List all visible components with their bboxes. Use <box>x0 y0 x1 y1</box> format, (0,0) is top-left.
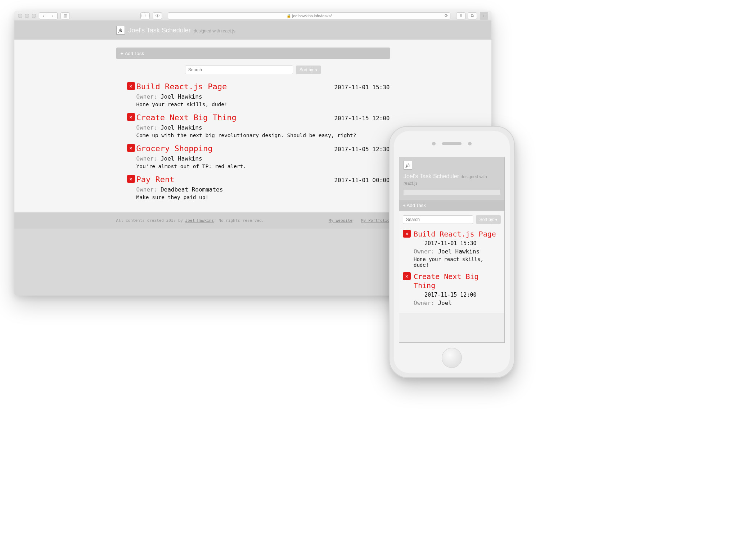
delete-task-button[interactable]: ✕ <box>127 175 135 183</box>
task-description: Hone your react skills, dude! <box>414 256 501 268</box>
task-item: ✕Build React.js Page2017-11-01 15:30Owne… <box>116 80 390 111</box>
owner-label: Owner: <box>136 124 161 131</box>
app-title: Joel's Task Scheduler <box>129 27 191 34</box>
logo-badge: jh <box>116 26 125 35</box>
task-title[interactable]: Build React.js Page <box>136 82 227 91</box>
browser-titlebar: ‹ › ▥ ⋮⋮⋮ ⓘ 🔒 joelhawkins.info/tasks/ ⟳ … <box>14 11 491 21</box>
footer-text: All contents created 2017 by Joel Hawkin… <box>116 218 264 223</box>
task-item: ✕Grocery Shopping2017-11-05 12:30Owner: … <box>116 142 390 173</box>
owner-name: Joel <box>438 300 452 306</box>
task-date: 2017-11-01 15:30 <box>424 240 501 247</box>
footer-author-link[interactable]: Joel Hawkins <box>185 218 214 223</box>
delete-task-button[interactable]: ✕ <box>403 272 411 280</box>
mobile-add-task-button[interactable]: + Add Task <box>399 200 504 211</box>
task-list: ✕Build React.js Page2017-11-01 15:30Owne… <box>116 80 390 204</box>
owner-label: Owner: <box>136 93 161 100</box>
iphone-screen: jh Joel's Task Scheduler designed with r… <box>399 157 505 343</box>
iphone-mockup: jh Joel's Task Scheduler designed with r… <box>389 126 515 378</box>
owner-label: Owner: <box>136 186 161 193</box>
back-button[interactable]: ‹ <box>39 12 48 19</box>
mobile-search-input[interactable] <box>403 215 473 224</box>
task-item: ✕Create Next Big Thing2017-11-15 12:00Ow… <box>116 111 390 142</box>
task-date: 2017-11-15 12:00 <box>334 115 390 122</box>
owner-name: Joel Hawkins <box>161 124 202 131</box>
tabs-button[interactable]: ⧉ <box>468 12 477 19</box>
delete-task-button[interactable]: ✕ <box>127 113 135 121</box>
footer-link-portfolio[interactable]: My Portfolio <box>361 218 390 223</box>
task-title[interactable]: Create Next Big Thing <box>136 113 237 122</box>
task-date: 2017-11-01 15:30 <box>334 84 390 91</box>
task-title[interactable]: Pay Rent <box>136 175 175 184</box>
task-item: ✕Pay Rent2017-11-01 00:00Owner: Deadbeat… <box>116 173 390 204</box>
owner-name: Joel Hawkins <box>161 93 202 100</box>
delete-task-button[interactable]: ✕ <box>403 230 411 238</box>
speaker-icon <box>442 142 462 145</box>
task-description: Make sure they paid up! <box>136 194 390 200</box>
delete-task-button[interactable]: ✕ <box>127 144 135 152</box>
mobile-divider <box>404 190 500 195</box>
task-description: Come up with the next big revolutionary … <box>136 132 390 138</box>
close-window-icon[interactable] <box>18 14 22 18</box>
delete-task-button[interactable]: ✕ <box>127 82 135 90</box>
mobile-sort-button[interactable]: Sort by: <box>476 215 501 224</box>
task-date: 2017-11-15 12:00 <box>424 292 501 298</box>
info-button[interactable]: ⓘ <box>153 12 162 19</box>
nav-buttons: ‹ › <box>39 12 58 19</box>
sidebar-button[interactable]: ▥ <box>60 12 70 19</box>
reload-icon[interactable]: ⟳ <box>445 13 448 18</box>
mobile-task-list: ✕Build React.js Page2017-11-01 15:30Owne… <box>399 228 504 313</box>
mobile-logo-badge: jh <box>404 161 412 170</box>
task-date: 2017-11-05 12:30 <box>334 146 390 153</box>
app-header: jh Joel's Task Scheduler designed with r… <box>14 21 491 40</box>
footer-link-website[interactable]: My Website <box>329 218 352 223</box>
mobile-task-item: ✕Build React.js Page2017-11-01 15:30Owne… <box>403 228 501 271</box>
mobile-app-title: Joel's Task Scheduler <box>404 173 459 179</box>
sensor-icon <box>468 142 472 145</box>
mobile-toolbar: Sort by: <box>399 211 504 228</box>
sort-by-button[interactable]: Sort by: <box>296 66 321 74</box>
add-task-label: Add Task <box>125 51 144 56</box>
minimize-window-icon[interactable] <box>25 14 29 18</box>
mobile-app-header: jh Joel's Task Scheduler designed with r… <box>399 157 504 200</box>
task-description: You're almost out of TP: red alert. <box>136 163 390 169</box>
maximize-window-icon[interactable] <box>32 14 36 18</box>
owner-label: Owner: <box>414 248 438 255</box>
add-task-button[interactable]: + Add Task <box>116 48 390 59</box>
task-title[interactable]: Build React.js Page <box>414 230 501 239</box>
home-button[interactable] <box>442 348 462 368</box>
grid-button[interactable]: ⋮⋮⋮ <box>140 12 150 19</box>
owner-label: Owner: <box>136 155 161 162</box>
owner-label: Owner: <box>414 300 438 306</box>
camera-icon <box>432 142 436 145</box>
window-controls <box>18 14 36 18</box>
task-description: Hone your react skills, dude! <box>136 102 390 107</box>
mobile-task-item: ✕Create Next Big Thing2017-11-15 12:00Ow… <box>403 271 501 309</box>
app-subtitle: designed with react.js <box>194 28 235 33</box>
task-title[interactable]: Create Next Big Thing <box>414 272 501 290</box>
search-input[interactable] <box>185 66 293 74</box>
owner-name: Deadbeat Roommates <box>161 186 223 193</box>
plus-icon: + <box>403 203 406 208</box>
lock-icon: 🔒 <box>287 14 291 18</box>
iphone-top-hardware <box>394 131 510 156</box>
owner-name: Joel Hawkins <box>438 248 480 255</box>
share-button[interactable]: ⇪ <box>456 12 465 19</box>
new-tab-button[interactable]: + <box>480 12 488 20</box>
task-title[interactable]: Grocery Shopping <box>136 144 213 153</box>
toolbar: Sort by: <box>116 66 390 74</box>
owner-name: Joel Hawkins <box>161 155 202 162</box>
forward-button[interactable]: › <box>48 12 58 19</box>
plus-icon: + <box>121 50 123 56</box>
task-date: 2017-11-01 00:00 <box>334 177 390 184</box>
address-bar[interactable]: 🔒 joelhawkins.info/tasks/ ⟳ <box>168 12 450 19</box>
url-text: joelhawkins.info/tasks/ <box>292 14 332 18</box>
